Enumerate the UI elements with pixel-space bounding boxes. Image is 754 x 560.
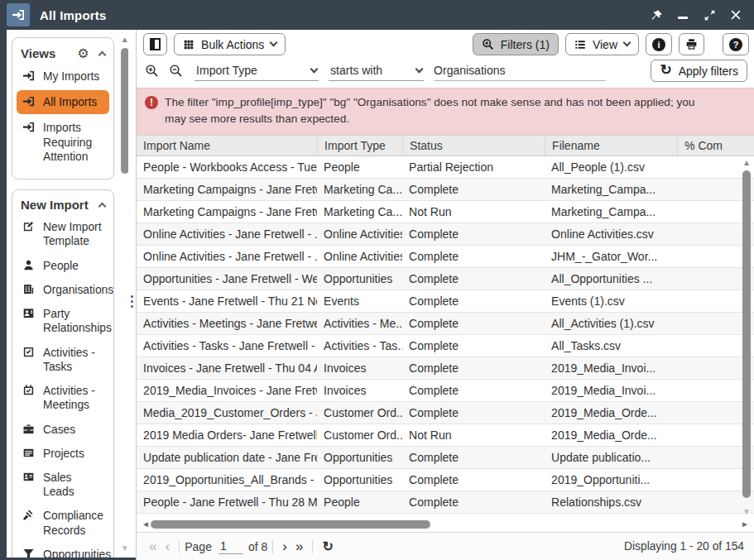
column-header-status[interactable]: Status xyxy=(402,136,545,156)
filename-cell: Events (1).csv xyxy=(545,294,677,308)
vscroll-thumb[interactable] xyxy=(742,170,751,498)
sidebar-item-organisations[interactable]: Organisations xyxy=(21,278,105,302)
pin-icon[interactable] xyxy=(650,8,663,22)
gear-icon[interactable]: ⚙ xyxy=(77,45,89,61)
scroll-right-icon[interactable]: ► xyxy=(741,519,749,529)
last-page-button[interactable]: » xyxy=(291,539,307,553)
table-row[interactable]: 2019 Media Orders- Jane Fretwell ...Cust… xyxy=(137,424,754,447)
import-type-cell: Events xyxy=(317,294,402,308)
sidebar-scrollbar[interactable]: ▲ ▼ xyxy=(119,30,129,558)
import-type-cell: Online Activities xyxy=(317,227,402,241)
filename-cell: Marketing_Campa... xyxy=(545,205,677,218)
column-header-import-type[interactable]: Import Type xyxy=(317,136,402,156)
table-row[interactable]: People - Jane Fretwell - Thu 28 Ma...Peo… xyxy=(137,491,754,514)
import-name-cell: Opportunities - Jane Fretwell - We... xyxy=(137,272,317,285)
panel-splitter[interactable] xyxy=(128,30,136,558)
collapse-new-import-icon[interactable] xyxy=(98,203,106,211)
task-check-icon xyxy=(22,346,36,358)
table-row[interactable]: Update publication date - Jane Fre...Opp… xyxy=(137,447,754,469)
sidebar-item-activities-tasks[interactable]: Activities - Tasks xyxy=(21,341,105,379)
scroll-up-icon[interactable]: ▲ xyxy=(121,35,129,44)
sidebar-item-projects[interactable]: Projects xyxy=(21,442,105,466)
collapse-views-icon[interactable] xyxy=(98,51,106,60)
column-header-import-name[interactable]: Import Name xyxy=(137,136,317,156)
print-button[interactable] xyxy=(679,33,704,55)
filters-button[interactable]: Filters (1) xyxy=(473,33,559,55)
import-name-cell: Online Activities - Jane Fretwell - ... xyxy=(137,250,317,263)
sidebar-item-party-relationships[interactable]: Party Relationships xyxy=(21,302,105,340)
table-row[interactable]: Opportunities - Jane Fretwell - We...Opp… xyxy=(137,268,754,290)
import-type-cell: Opportunities xyxy=(317,272,402,285)
sidebar-item-label: New Import Template xyxy=(43,220,103,248)
import-name-cell: People - Jane Fretwell - Thu 28 Ma... xyxy=(137,495,317,509)
grid-vertical-scrollbar[interactable]: ▲▼ xyxy=(741,158,752,516)
refresh-grid-button[interactable]: ↻ xyxy=(318,540,337,553)
table-row[interactable]: Events - Jane Fretwell - Thu 21 No...Eve… xyxy=(137,290,754,313)
sidebar-item-label: All Imports xyxy=(43,95,97,109)
hscroll-thumb[interactable] xyxy=(151,520,430,529)
first-page-button[interactable]: « xyxy=(145,539,161,553)
table-row[interactable]: Marketing Campaigns - Jane Fretw...Marke… xyxy=(137,201,754,223)
info-button[interactable]: i xyxy=(646,33,672,55)
sidebar-item-label: Sales Leads xyxy=(43,471,103,499)
sidebar-scroll-thumb[interactable] xyxy=(121,48,129,174)
sidebar-item-imports-requiring-attention[interactable]: Imports Requiring Attention xyxy=(21,116,105,169)
splitter-handle-icon[interactable] xyxy=(131,293,133,310)
maximize-icon[interactable] xyxy=(703,8,716,22)
scroll-up-icon[interactable]: ▲ xyxy=(742,158,751,167)
table-row[interactable]: People - Workbooks Access - Tue ...Peopl… xyxy=(137,156,754,179)
minimize-icon[interactable] xyxy=(676,8,689,22)
chevron-down-icon xyxy=(270,39,278,47)
sidebar-item-all-imports[interactable]: All Imports xyxy=(17,90,109,114)
column-header-filename[interactable]: Filename xyxy=(545,136,677,156)
filter-value-input[interactable] xyxy=(434,61,606,81)
new-import-card-title: New Import xyxy=(21,198,99,212)
scroll-down-icon[interactable]: ▼ xyxy=(121,543,129,553)
sidebar-item-sales-leads[interactable]: Sales Leads xyxy=(21,466,105,504)
sidebar-item-activities-meetings[interactable]: Activities - Meetings xyxy=(21,379,105,417)
table-row[interactable]: Media_2019_Customer_Orders - J...Custome… xyxy=(137,402,754,424)
view-button[interactable]: View xyxy=(565,33,639,55)
sidebar-item-people[interactable]: People xyxy=(21,254,105,278)
apply-filters-button[interactable]: ↻ Apply filters xyxy=(651,60,747,82)
table-row[interactable]: Marketing Campaigns - Jane Fretw...Marke… xyxy=(137,179,754,201)
bulk-actions-button[interactable]: Bulk Actions xyxy=(174,33,286,55)
sidebar-item-cases[interactable]: Cases xyxy=(21,418,105,442)
sidebar-item-label: Opportunities xyxy=(43,548,111,558)
sidebar-item-new-import-template[interactable]: New Import Template xyxy=(21,215,105,253)
filter-bar: Import Type starts with ↻ Apply filters xyxy=(137,58,754,88)
scroll-left-icon[interactable]: ◄ xyxy=(142,519,150,529)
import-type-cell: Customer Ord... xyxy=(317,406,402,419)
sidebar-item-label: People xyxy=(43,259,79,273)
main-panel: Bulk Actions Filters (1) View i xyxy=(136,30,754,560)
prev-page-button[interactable]: ‹ xyxy=(161,539,175,553)
column-header-com[interactable]: % Com xyxy=(677,136,754,156)
table-row[interactable]: Activities - Meetings - Jane Fretwel...A… xyxy=(137,313,754,335)
close-icon[interactable] xyxy=(729,8,742,22)
scroll-down-icon[interactable]: ▼ xyxy=(742,507,751,516)
table-row[interactable]: 2019_Opportunities_All_Brands - J...Oppo… xyxy=(137,469,754,491)
toggle-sidebar-button[interactable] xyxy=(143,33,167,55)
sidebar-item-opportunities[interactable]: Opportunities xyxy=(21,543,105,558)
zoom-in-filter-icon[interactable] xyxy=(145,64,159,78)
table-body: People - Workbooks Access - Tue ...Peopl… xyxy=(137,156,754,518)
filter-operator-select[interactable]: starts with xyxy=(329,61,424,81)
import-name-cell: Invoices - Jane Fretwell - Thu 04 A... xyxy=(137,361,317,375)
filter-field-select[interactable]: Import Type xyxy=(195,61,319,81)
building-icon xyxy=(22,283,36,295)
next-page-button[interactable]: › xyxy=(278,539,291,553)
sidebar-item-compliance-records[interactable]: Compliance Records xyxy=(21,504,105,542)
sidebar-item-my-imports[interactable]: My Imports xyxy=(21,65,105,89)
zoom-out-filter-icon[interactable] xyxy=(169,64,183,78)
page-number-input[interactable] xyxy=(219,538,243,554)
help-button[interactable]: ? xyxy=(723,33,749,55)
import-type-cell: People xyxy=(317,160,402,174)
table-row[interactable]: Invoices - Jane Fretwell - Thu 04 A...In… xyxy=(137,357,754,380)
table-row[interactable]: Online Activities - Jane Fretwell - ...O… xyxy=(137,223,754,246)
import-type-cell: Customer Ord... xyxy=(317,428,402,442)
table-row[interactable]: Activities - Tasks - Jane Fretwell - ...… xyxy=(137,335,754,357)
table-row[interactable]: 2019_Media_Invoices - Jane Fretw...Invoi… xyxy=(137,380,754,402)
table-row[interactable]: Online Activities - Jane Fretwell - ...O… xyxy=(137,246,754,268)
import-icon xyxy=(22,121,36,133)
horizontal-scrollbar[interactable]: ◄ ► xyxy=(137,518,754,532)
